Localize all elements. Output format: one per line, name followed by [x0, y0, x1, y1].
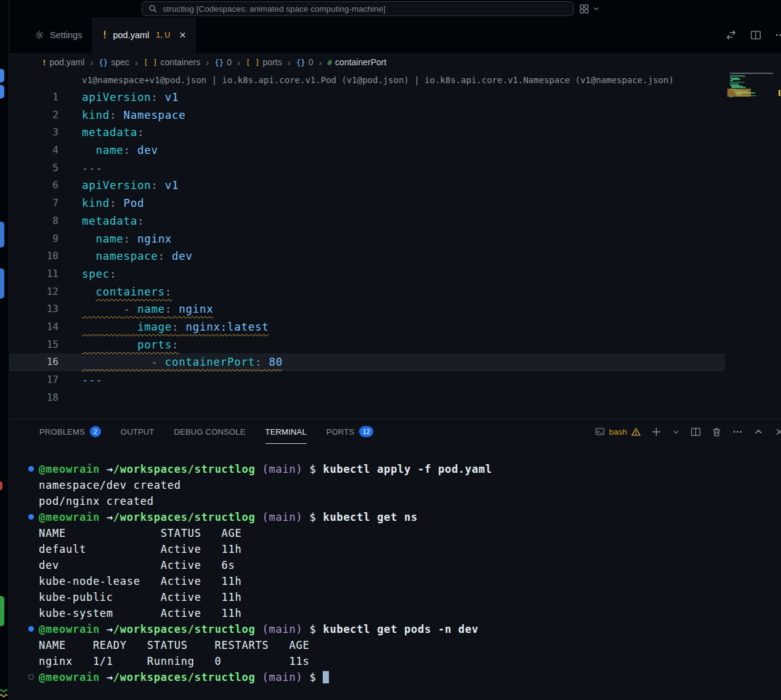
tab-label: Settings [50, 30, 82, 40]
code-token-val: Pod [116, 197, 144, 209]
editor-line-13[interactable]: 13 - name: nginx [9, 300, 725, 318]
activity-bar-partial-icon[interactable] [0, 85, 4, 99]
command-decoration-dot[interactable] [28, 466, 34, 472]
line-number: 15 [9, 336, 59, 354]
split-terminal-icon[interactable] [690, 427, 701, 437]
line-number: 10 [9, 247, 59, 265]
editor-line-8[interactable]: 8metadata: [9, 212, 725, 230]
code-token-key: name [95, 233, 123, 245]
editor-line-17[interactable]: 17--- [9, 371, 725, 389]
breadcrumb-separator-chevron-icon: › [206, 57, 209, 68]
panel-tab-output[interactable]: OUTPUT [121, 419, 155, 444]
minimap[interactable] [725, 71, 781, 213]
kill-terminal-trash-icon[interactable] [711, 427, 722, 437]
code-token-val: nginx [131, 233, 172, 245]
code-token-key: apiVersion [82, 179, 151, 191]
prompt-dollar: $ [302, 463, 323, 475]
code-token-punc: : [123, 233, 130, 245]
editor-line-14[interactable]: 14 image: nginx:latest [9, 318, 725, 336]
editor-line-18[interactable]: 18 [9, 389, 725, 407]
command-center-search[interactable]: structlog [Codespaces: animated space co… [142, 1, 574, 16]
breadcrumb-item-0[interactable]: {}0 [296, 57, 314, 67]
editor-line-9[interactable]: 9 name: nginx [9, 230, 725, 248]
close-icon[interactable]: × [179, 30, 186, 41]
tab-pod-yaml[interactable]: ! pod.yaml 1, U × [92, 17, 195, 53]
editor-line-4[interactable]: 4 name: dev [9, 142, 725, 159]
breadcrumb-item-pod.yaml[interactable]: !pod.yaml [42, 57, 84, 67]
line-content: name: nginx [59, 230, 172, 248]
remote-indicator[interactable] [579, 0, 600, 17]
line-content: - name: nginx [59, 300, 214, 318]
activity-bar-partial-icon[interactable] [0, 268, 4, 299]
code-token-punc: : [165, 286, 172, 298]
breadcrumb: !pod.yaml›{}spec›[ ]containers›{}0›[ ]po… [9, 53, 781, 71]
activity-bar-partial-squiggle [0, 688, 9, 699]
line-number: 8 [9, 212, 59, 230]
breadcrumb-label: containers [161, 57, 201, 67]
breadcrumb-item-ports[interactable]: [ ]ports [246, 57, 282, 67]
activity-bar-partial-icon[interactable] [0, 481, 2, 490]
line-number: 14 [9, 318, 59, 336]
activity-bar[interactable] [0, 0, 9, 700]
warning-icon: ! [42, 58, 47, 67]
editor-line-7[interactable]: 7kind: Pod [9, 195, 725, 212]
prompt-user: @meowrain [39, 671, 107, 683]
editor-line-10[interactable]: 10 namespace: dev [9, 247, 725, 265]
split-editor-icon[interactable] [750, 30, 761, 41]
breadcrumb-item-containerport[interactable]: #containerPort [328, 57, 387, 67]
command-decoration-dot[interactable] [28, 514, 34, 520]
prompt-git-branch: (main) [256, 623, 303, 635]
command-decoration-dot[interactable] [28, 626, 34, 632]
more-actions-kebab-icon[interactable] [775, 30, 781, 41]
editor-line-5[interactable]: 5--- [9, 159, 725, 177]
panel-tab-terminal[interactable]: TERMINAL [265, 419, 307, 444]
close-panel-icon[interactable] [774, 427, 781, 437]
activity-bar-partial-icon[interactable] [0, 222, 4, 247]
open-changes-icon[interactable] [726, 30, 737, 41]
code-token-key: name [137, 303, 165, 315]
line-content [59, 389, 82, 407]
panel-tab-label: PROBLEMS [39, 427, 85, 436]
terminal[interactable]: @meowrain →/workspaces/structlog (main) … [9, 444, 781, 700]
line-content: image: nginx:latest [59, 318, 269, 336]
maximize-panel-chevron-up-icon[interactable] [753, 427, 764, 437]
tab-settings[interactable]: Settings [25, 17, 92, 53]
yaml-schema-lens[interactable]: v1@namespace+v1@pod.json | io.k8s.api.co… [9, 71, 781, 89]
editor-line-2[interactable]: 2kind: Namespace [9, 107, 725, 124]
panel-tab-ports[interactable]: PORTS12 [326, 419, 373, 444]
editor-line-16[interactable]: 16 - containerPort: 80 [9, 353, 725, 371]
panel-tab-label: OUTPUT [121, 427, 155, 436]
new-terminal-plus-icon[interactable] [651, 427, 662, 437]
line-number: 1 [9, 89, 59, 107]
line-number: 2 [9, 107, 59, 124]
terminal-prompt-line: @meowrain →/workspaces/structlog (main) … [39, 621, 781, 637]
command-decoration-dot[interactable] [28, 674, 34, 680]
line-content: - containerPort: 80 [59, 353, 283, 371]
minimap-line-mark [730, 80, 733, 81]
activity-bar-partial-icon[interactable] [0, 596, 4, 626]
editor-line-1[interactable]: 1apiVersion: v1 [9, 89, 725, 107]
editor-code-area: 1apiVersion: v12kind: Namespace3metadata… [9, 89, 781, 406]
breadcrumb-item-spec[interactable]: {}spec [99, 57, 129, 67]
breadcrumb-item-containers[interactable]: [ ]containers [144, 57, 200, 67]
terminal-instance[interactable]: bash [595, 427, 641, 436]
editor-line-3[interactable]: 3metadata: [9, 124, 725, 142]
activity-bar-partial-icon[interactable] [0, 69, 4, 82]
prompt-arrow-icon: → [107, 623, 113, 635]
code-token-val: dev [131, 144, 158, 156]
editor-actions [726, 17, 781, 53]
symbol-object-icon: {} [99, 58, 108, 67]
breadcrumb-item-0[interactable]: {}0 [214, 57, 232, 67]
code-token-key: metadata [82, 126, 137, 139]
panel-tab-debug-console[interactable]: DEBUG CONSOLE [174, 419, 246, 444]
launch-profile-chevron-icon[interactable] [672, 428, 680, 436]
editor-line-15[interactable]: 15 ports: [9, 336, 725, 354]
editor-line-12[interactable]: 12 containers: [9, 283, 725, 301]
code-token-punc: : [165, 303, 172, 315]
editor-line-6[interactable]: 6apiVersion: v1 [9, 177, 725, 195]
editor-line-11[interactable]: 11spec: [9, 265, 725, 283]
panel-more-actions-kebab-icon[interactable] [732, 427, 743, 437]
code-token-plain [82, 303, 123, 315]
editor[interactable]: v1@namespace+v1@pod.json | io.k8s.api.co… [9, 71, 781, 419]
panel-tab-problems[interactable]: PROBLEMS2 [39, 419, 101, 444]
